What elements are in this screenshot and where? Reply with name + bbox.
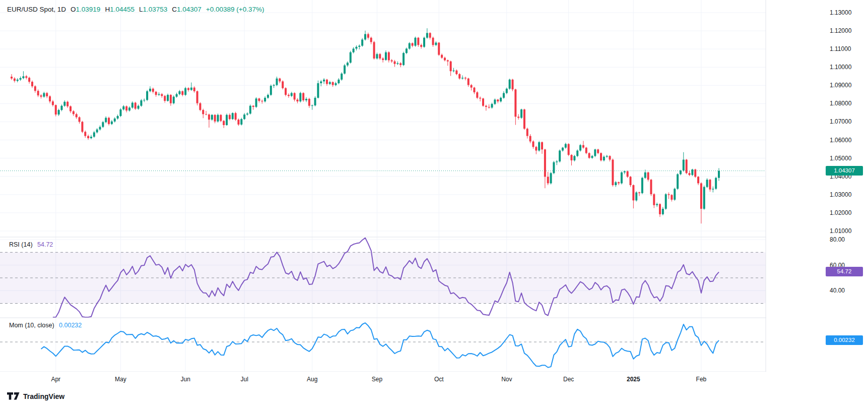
- candle-body: [347, 63, 349, 65]
- candle-body: [155, 92, 157, 95]
- candle-body: [594, 149, 596, 156]
- candle-body: [70, 106, 72, 111]
- price-axis[interactable]: [766, 0, 868, 372]
- candle-body: [143, 100, 145, 100]
- candle-body: [240, 119, 242, 125]
- candle-body: [435, 43, 437, 45]
- price-tick-label: 1.05000: [830, 154, 851, 162]
- chart-canvas[interactable]: [0, 0, 868, 405]
- candle-body: [461, 78, 463, 78]
- candle-body: [11, 77, 13, 79]
- ohlc-close: C1.04307: [172, 5, 202, 14]
- candle-body: [473, 88, 475, 92]
- candle-body: [494, 99, 496, 104]
- candle-body: [214, 115, 216, 122]
- candle-body: [34, 86, 36, 91]
- candle-body: [455, 71, 457, 74]
- candle-body: [523, 109, 525, 129]
- candle-body: [314, 98, 316, 105]
- candle-body: [43, 93, 45, 96]
- candle-body: [526, 129, 528, 136]
- candle-body: [243, 114, 245, 119]
- candle-body: [420, 45, 422, 47]
- candle-body: [367, 34, 369, 38]
- candle-body: [597, 149, 599, 153]
- candle-body: [379, 54, 381, 59]
- rsi-value: 54.72: [37, 241, 53, 248]
- candle-body: [364, 34, 366, 40]
- candle-body: [671, 195, 673, 200]
- candle-body: [406, 48, 408, 53]
- candle-body: [547, 177, 549, 183]
- candle-body: [102, 122, 104, 127]
- candle-body: [573, 156, 575, 160]
- candle-body: [650, 180, 652, 194]
- candle-body: [146, 91, 148, 100]
- candle-body: [176, 94, 178, 97]
- candle-body: [99, 127, 101, 130]
- candle-body: [291, 93, 293, 96]
- time-tick-label: Oct: [434, 376, 444, 383]
- time-tick-label: Dec: [563, 376, 574, 383]
- candle-body: [603, 157, 605, 160]
- candle-body: [382, 59, 384, 60]
- candle-body: [235, 113, 237, 120]
- candle-body: [562, 148, 564, 151]
- candle-body: [338, 80, 340, 83]
- candle-body: [296, 99, 298, 101]
- candle-body: [114, 119, 116, 122]
- candle-body: [288, 95, 290, 96]
- price-tick-label: 1.06000: [830, 136, 851, 144]
- tradingview-logo-text[interactable]: TradingView: [23, 392, 64, 400]
- candle-body: [249, 106, 251, 114]
- time-tick-label: May: [115, 376, 126, 383]
- candle-body: [635, 192, 637, 200]
- time-tick-label: Apr: [51, 376, 60, 383]
- candle-body: [14, 79, 16, 81]
- candle-body: [441, 55, 443, 58]
- candle-body: [621, 172, 623, 184]
- candle-body: [255, 98, 257, 107]
- rsi-indicator-label: RSI (14) 54.72: [9, 241, 53, 249]
- candle-body: [282, 81, 284, 88]
- candle-body: [394, 62, 396, 64]
- candle-body: [60, 106, 62, 110]
- candle-body: [464, 78, 466, 78]
- candle-body: [412, 43, 414, 46]
- candle-body: [246, 113, 248, 114]
- candle-body: [677, 174, 679, 189]
- candle-body: [173, 97, 175, 103]
- candle-body: [388, 52, 390, 61]
- candle-body: [697, 177, 699, 183]
- candle-body: [122, 106, 124, 109]
- time-tick-label: Jun: [180, 376, 190, 383]
- candle-body: [108, 118, 110, 124]
- candle-body: [618, 182, 620, 183]
- rsi-tick-label: 80.00: [830, 236, 845, 244]
- candle-body: [237, 120, 239, 125]
- candle-body: [152, 89, 154, 92]
- symbol-title: EUR/USD Spot, 1D: [7, 5, 66, 14]
- candle-body: [335, 83, 337, 85]
- tradingview-chart-widget: EUR/USD Spot, 1D O1.03919 H1.04455 L1.03…: [0, 0, 868, 405]
- candle-body: [28, 78, 30, 82]
- candle-body: [90, 137, 92, 138]
- candle-body: [358, 46, 360, 47]
- candle-body: [232, 113, 234, 119]
- candle-body: [391, 61, 393, 62]
- candle-body: [323, 80, 325, 82]
- tradingview-logo-icon[interactable]: [7, 392, 20, 400]
- rsi-name: RSI (14): [9, 241, 33, 248]
- candle-body: [426, 33, 428, 37]
- candle-body: [674, 189, 676, 200]
- time-tick-label: Aug: [307, 376, 317, 383]
- candle-body: [485, 106, 487, 107]
- candle-body: [55, 105, 57, 114]
- candle-body: [653, 194, 655, 205]
- momentum-value-badge: 0.00232: [826, 335, 863, 345]
- candle-body: [344, 66, 346, 74]
- candle-body: [46, 93, 48, 96]
- ohlc-high: H1.04455: [105, 5, 135, 14]
- candle-body: [332, 82, 334, 85]
- candle-body: [609, 156, 611, 159]
